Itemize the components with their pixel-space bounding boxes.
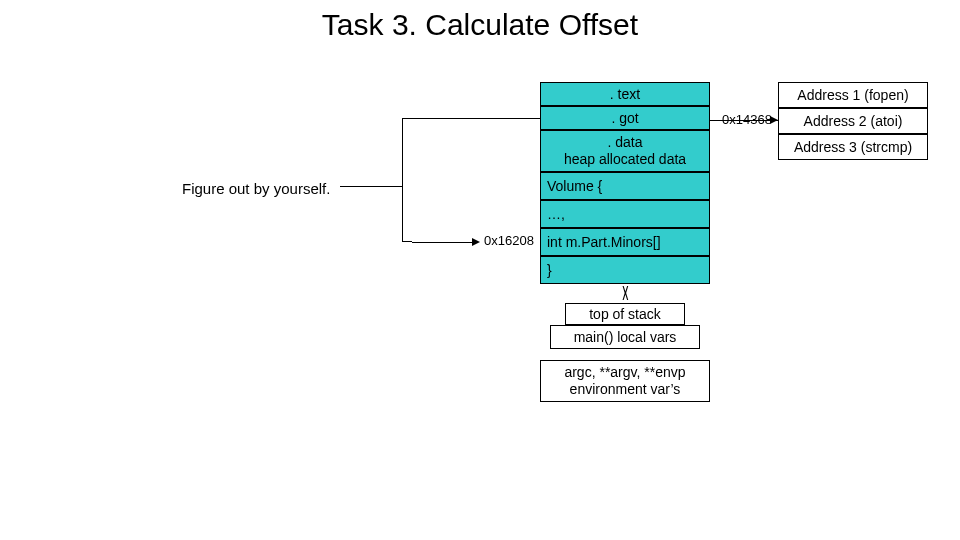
got-addr-3: Address 3 (strcmp) [778,134,928,160]
arrow-to-minors-icon [472,238,480,246]
page-title: Task 3. Calculate Offset [0,8,960,42]
mem-got: . got [540,106,710,130]
mem-volume-open: Volume { [540,172,710,200]
mem-text: . text [540,82,710,106]
mem-args-env: argc, **argv, **envp environment var’s [540,360,710,402]
mem-dots: …, [540,200,710,228]
gap-arrow-icon: ∨∧ [618,286,632,300]
mem-data-heap: . data heap allocated data [540,130,710,172]
line-to-minors [412,242,474,243]
line-got-to-addr2 [710,120,778,121]
arrow-got-to-addr2-icon [770,116,778,124]
got-addr-1: Address 1 (fopen) [778,82,928,108]
mem-minors: int m.Part.Minors[] [540,228,710,256]
mem-top-stack: top of stack [565,303,685,325]
bracket-connector [340,186,402,187]
bracket-icon [402,118,412,242]
got-addr-2: Address 2 (atoi) [778,108,928,134]
mem-close: } [540,256,710,284]
addr-left-label: 0x16208 [484,233,534,248]
line-to-got [412,118,540,119]
figure-out-label: Figure out by yourself. [182,180,330,197]
mem-main-locals: main() local vars [550,325,700,349]
